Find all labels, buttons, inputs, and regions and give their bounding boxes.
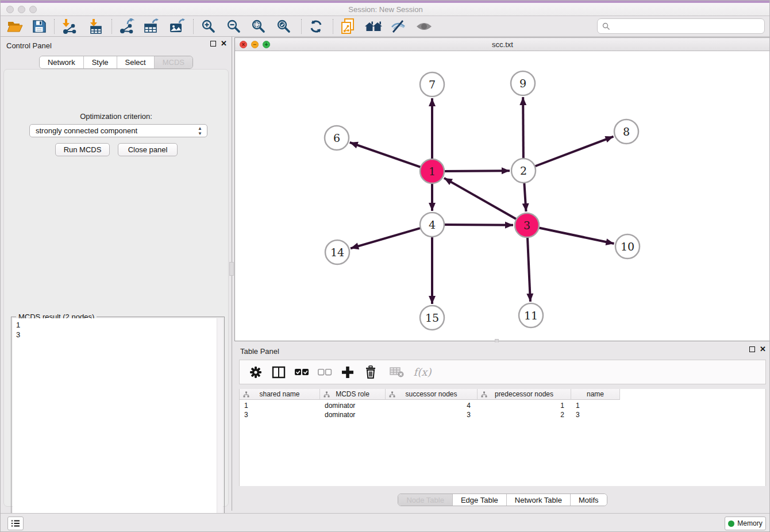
graph-node-15[interactable]: 15 bbox=[420, 306, 444, 330]
column-header-successor-nodes[interactable]: successor nodes bbox=[386, 389, 478, 400]
tab-motifs[interactable]: Motifs bbox=[571, 494, 607, 506]
tab-node-table[interactable]: Node Table bbox=[398, 494, 453, 506]
graph-node-8[interactable]: 8 bbox=[614, 119, 638, 144]
table-row[interactable]: 3dominator323 bbox=[240, 410, 620, 419]
search-input[interactable] bbox=[613, 22, 764, 30]
graph-edge-2-3[interactable] bbox=[524, 182, 526, 211]
graph-edge-3-10[interactable] bbox=[538, 228, 614, 244]
graph-node-4[interactable]: 4 bbox=[420, 213, 444, 237]
graph-edge-4-14[interactable] bbox=[351, 228, 422, 248]
table-tabs: Node TableEdge TableNetwork TableMotifs bbox=[398, 494, 607, 506]
add-column-icon[interactable] bbox=[337, 362, 358, 383]
result-scrollbar[interactable] bbox=[217, 318, 223, 532]
deselect-all-rows-icon[interactable] bbox=[314, 362, 335, 383]
refresh-layout-icon[interactable] bbox=[305, 17, 327, 36]
close-table-panel-icon[interactable]: ✕ bbox=[760, 346, 766, 352]
search-field[interactable] bbox=[597, 18, 765, 34]
tab-mcds[interactable]: MCDS bbox=[155, 56, 192, 68]
node-table[interactable]: shared nameMCDS rolesuccessor nodesprede… bbox=[239, 389, 766, 486]
graph-edge-1-2[interactable] bbox=[443, 171, 510, 171]
hide-panel-icon[interactable] bbox=[387, 17, 409, 36]
column-header-predecessor-nodes[interactable]: predecessor nodes bbox=[478, 389, 571, 400]
zoom-out-icon[interactable] bbox=[223, 17, 245, 36]
cell-MCDS-role[interactable]: dominator bbox=[320, 410, 386, 419]
tab-style[interactable]: Style bbox=[84, 56, 117, 68]
table-row[interactable]: 1dominator411 bbox=[240, 401, 620, 410]
cell-successor-nodes[interactable]: 3 bbox=[386, 410, 478, 419]
graph-node-2[interactable]: 2 bbox=[511, 159, 536, 183]
graph-edge-2-8[interactable] bbox=[534, 137, 614, 167]
criterion-select[interactable]: strongly connected component ▲▼ bbox=[29, 124, 207, 137]
open-session-icon[interactable] bbox=[4, 17, 26, 36]
graph-node-9[interactable]: 9 bbox=[511, 71, 535, 95]
show-all-networks-icon[interactable] bbox=[363, 17, 384, 36]
vertical-splitter-handle[interactable] bbox=[229, 262, 234, 276]
close-panel-button[interactable]: Close panel bbox=[118, 143, 178, 156]
memory-button[interactable]: Memory bbox=[725, 516, 766, 530]
graph-node-6[interactable]: 6 bbox=[325, 126, 349, 150]
graph-node-7[interactable]: 7 bbox=[420, 72, 444, 97]
cell-name[interactable]: 1 bbox=[571, 401, 620, 410]
cell-predecessor-nodes[interactable]: 1 bbox=[478, 401, 571, 410]
zoom-fit-icon[interactable] bbox=[248, 17, 270, 36]
graph-edge-2-9[interactable] bbox=[523, 97, 523, 160]
status-bar: Memory bbox=[1, 513, 770, 532]
show-panel-icon[interactable] bbox=[413, 17, 435, 36]
delete-table-icon[interactable] bbox=[387, 362, 407, 383]
export-network-icon[interactable] bbox=[116, 17, 137, 36]
run-mcds-button[interactable]: Run MCDS bbox=[55, 143, 110, 156]
network-canvas[interactable]: 7968124314101511 bbox=[235, 51, 770, 341]
first-network-icon[interactable] bbox=[337, 17, 359, 36]
save-session-icon[interactable] bbox=[28, 17, 50, 36]
import-table-icon[interactable] bbox=[85, 17, 107, 36]
graph-node-11[interactable]: 11 bbox=[519, 303, 543, 327]
column-header-shared-name[interactable]: shared name bbox=[240, 389, 320, 400]
criterion-value: strongly connected component bbox=[36, 126, 137, 135]
export-table-icon[interactable] bbox=[141, 17, 163, 36]
graph-edge-4-3[interactable] bbox=[443, 225, 513, 225]
graph-node-3[interactable]: 3 bbox=[515, 213, 539, 237]
task-history-button[interactable] bbox=[7, 516, 24, 530]
select-all-rows-icon[interactable] bbox=[291, 362, 312, 383]
mcds-tab-content: Optimization criterion: strongly connect… bbox=[3, 69, 229, 507]
column-header-name[interactable]: name bbox=[571, 389, 620, 400]
graph-node-1[interactable]: 1 bbox=[420, 159, 444, 183]
toolbar-separator bbox=[111, 19, 112, 34]
task-list-icon bbox=[11, 519, 20, 527]
network-window-titlebar[interactable]: × − + scc.txt bbox=[235, 38, 770, 51]
graph-node-label: 1 bbox=[429, 165, 436, 178]
export-image-icon[interactable] bbox=[166, 17, 188, 36]
zoom-selected-icon[interactable] bbox=[273, 17, 295, 36]
cell-shared-name[interactable]: 3 bbox=[240, 410, 320, 419]
float-panel-icon[interactable] bbox=[210, 41, 216, 47]
mcds-result-area[interactable]: 1 3 bbox=[13, 318, 223, 532]
import-network-icon[interactable] bbox=[58, 17, 80, 36]
tab-edge-table[interactable]: Edge Table bbox=[453, 494, 507, 506]
table-settings-gear-icon[interactable] bbox=[245, 362, 266, 383]
zoom-in-icon[interactable] bbox=[198, 17, 220, 36]
title-bar-accent bbox=[1, 1, 770, 3]
graph-edge-3-1[interactable] bbox=[444, 178, 518, 220]
graph-node-14[interactable]: 14 bbox=[325, 240, 349, 264]
delete-column-icon[interactable] bbox=[360, 362, 381, 383]
tab-network-table[interactable]: Network Table bbox=[507, 494, 571, 506]
split-view-icon[interactable] bbox=[268, 362, 289, 383]
table-toolbar: f(x) bbox=[239, 360, 766, 384]
cell-shared-name[interactable]: 1 bbox=[240, 401, 320, 410]
optimization-criterion-label: Optimization criterion: bbox=[4, 112, 228, 121]
graph-edge-1-6[interactable] bbox=[350, 142, 422, 168]
column-header-MCDS-role[interactable]: MCDS role bbox=[320, 389, 386, 400]
cell-MCDS-role[interactable]: dominator bbox=[320, 401, 386, 410]
float-table-panel-icon[interactable] bbox=[749, 346, 755, 352]
mcds-result-values: 1 3 bbox=[13, 318, 223, 340]
close-panel-icon[interactable]: ✕ bbox=[221, 41, 227, 47]
cell-name[interactable]: 3 bbox=[571, 410, 620, 419]
tab-select[interactable]: Select bbox=[117, 56, 155, 68]
tab-network[interactable]: Network bbox=[40, 56, 84, 68]
cell-successor-nodes[interactable]: 4 bbox=[386, 401, 478, 410]
memory-button-label: Memory bbox=[737, 519, 762, 527]
graph-node-10[interactable]: 10 bbox=[615, 234, 640, 259]
graph-edge-3-11[interactable] bbox=[528, 236, 530, 302]
mcds-result-group: MCDS result (2 nodes) 1 3 bbox=[11, 317, 225, 532]
cell-predecessor-nodes[interactable]: 2 bbox=[478, 410, 571, 419]
